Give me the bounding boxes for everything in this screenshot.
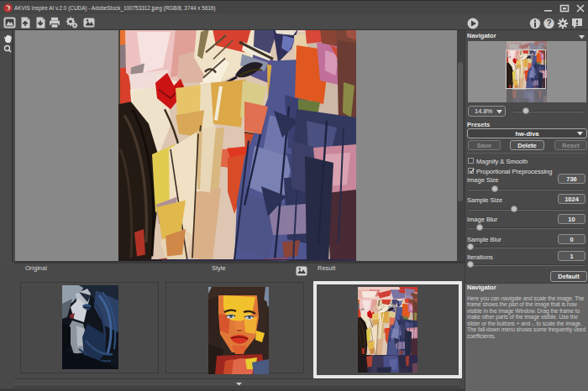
- svg-text:?: ?: [546, 18, 551, 28]
